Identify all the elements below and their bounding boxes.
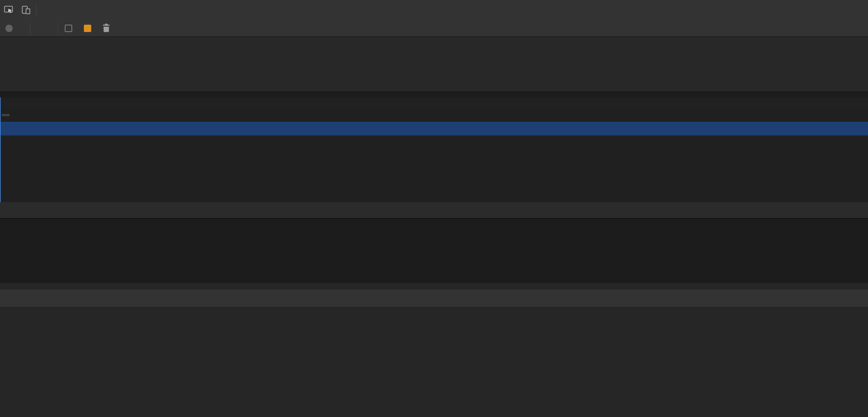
frames-track-label (2, 114, 9, 116)
toolbar-divider (30, 23, 30, 34)
toolbar-divider (58, 23, 58, 34)
tab-bar-right-controls (820, 0, 868, 20)
gpu-track-label (3, 152, 6, 160)
track-raster[interactable] (0, 135, 868, 149)
screenshots-checkbox[interactable] (65, 25, 72, 32)
timeline-overview[interactable] (0, 37, 868, 98)
details-tab-strip (0, 289, 868, 307)
track-gpu[interactable] (0, 149, 868, 175)
main-track-label (3, 125, 10, 133)
timeline-cursor-line (0, 97, 1, 202)
track-main-thread[interactable] (0, 122, 868, 136)
device-toolbar-icon[interactable] (18, 0, 35, 20)
panel-splitter[interactable] (0, 283, 868, 290)
summary-pie-chart (5, 344, 81, 417)
memory-counters-legend (0, 202, 868, 218)
devtools-tab-bar (0, 0, 868, 20)
garbage-collect-icon[interactable] (103, 24, 110, 33)
inspect-element-icon[interactable] (0, 0, 18, 20)
raster-track-label (3, 138, 6, 146)
record-button[interactable] (5, 25, 13, 32)
overview-heap-band (0, 92, 868, 98)
memory-checkbox-group[interactable] (84, 25, 98, 32)
performance-toolbar (0, 20, 868, 37)
compositor-track-label (3, 192, 6, 200)
memory-checkbox[interactable] (84, 25, 91, 32)
trash-lid (103, 25, 110, 26)
device-frames-icon (21, 5, 31, 15)
inspect-cursor-icon (4, 5, 14, 15)
summary-panel (0, 307, 868, 417)
toolbar-divider (36, 4, 36, 16)
trash-can (103, 27, 109, 32)
track-chrome-childiothread[interactable] (0, 175, 868, 189)
timeline-ruler[interactable] (0, 97, 868, 109)
memory-counters-chart[interactable] (0, 218, 868, 283)
track-frames[interactable] (0, 108, 868, 122)
pie-center (20, 358, 66, 405)
screenshots-checkbox-group[interactable] (65, 25, 79, 32)
track-compositor[interactable] (0, 188, 868, 203)
devtools-window: { "icons": {"reload":"↻","clear":"⊘","lo… (0, 0, 868, 417)
childio-track-label (3, 178, 6, 186)
